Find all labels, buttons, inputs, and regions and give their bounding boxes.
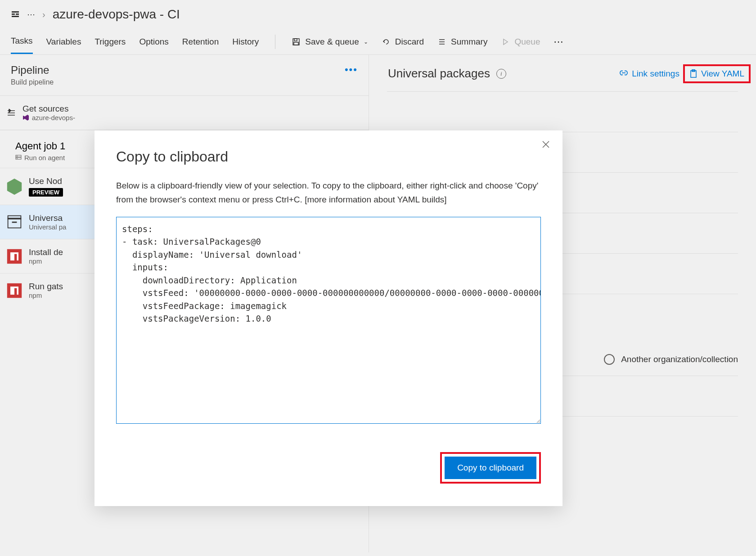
- repo-icon: [22, 114, 29, 121]
- svg-point-16: [17, 156, 18, 156]
- summary-label: Summary: [451, 37, 487, 47]
- view-yaml-label: View YAML: [701, 69, 744, 79]
- node-icon: [6, 179, 22, 195]
- pipeline-icon: [11, 10, 20, 19]
- svg-rect-3: [12, 16, 19, 17]
- tab-bar: Tasks Variables Triggers Options Retenti…: [0, 29, 756, 55]
- svg-rect-6: [294, 42, 298, 45]
- divider: [275, 35, 275, 49]
- npm-icon: [6, 248, 22, 265]
- svg-rect-15: [16, 157, 21, 159]
- preview-badge: PREVIEW: [29, 188, 63, 197]
- task-subtitle: npm: [29, 291, 63, 299]
- pipeline-title: Pipeline: [11, 64, 54, 76]
- play-icon: [501, 37, 510, 46]
- chevron-down-icon: ⌄: [364, 39, 368, 45]
- tab-options[interactable]: Options: [139, 30, 168, 54]
- task-title: Run gats: [29, 282, 63, 291]
- task-subtitle: Universal pa: [29, 223, 66, 231]
- pipeline-subtitle: Build pipeline: [11, 78, 54, 86]
- get-sources-title: Get sources: [22, 104, 75, 114]
- save-queue-label: Save & queue: [305, 37, 359, 47]
- radio-label: Another organization/collection: [621, 354, 738, 364]
- svg-marker-18: [7, 179, 22, 195]
- save-queue-button[interactable]: Save & queue ⌄: [292, 37, 368, 47]
- save-icon: [292, 37, 301, 46]
- more-button[interactable]: ⋯: [554, 36, 563, 48]
- breadcrumb-ellipsis[interactable]: ⋯: [27, 9, 35, 19]
- link-icon: [619, 69, 628, 78]
- close-button[interactable]: [542, 140, 550, 148]
- package-icon: [6, 214, 22, 230]
- pipeline-more-button[interactable]: •••: [345, 64, 358, 76]
- summary-button[interactable]: Summary: [437, 37, 487, 47]
- svg-rect-27: [14, 288, 17, 294]
- form-row: [387, 91, 738, 132]
- svg-marker-13: [9, 109, 11, 112]
- tab-triggers[interactable]: Triggers: [94, 30, 126, 54]
- info-icon[interactable]: i: [496, 69, 506, 79]
- svg-rect-1: [12, 13, 15, 15]
- copy-to-clipboard-dialog: Copy to clipboard Below is a clipboard-f…: [94, 130, 562, 506]
- view-yaml-button[interactable]: View YAML: [689, 69, 744, 79]
- dialog-title: Copy to clipboard: [116, 148, 541, 165]
- get-sources-item[interactable]: Get sources azure-devops-: [0, 96, 369, 130]
- svg-point-17: [17, 158, 18, 158]
- clipboard-icon: [689, 69, 698, 78]
- agent-subtitle: Run on agent: [24, 154, 65, 161]
- npm-icon: [6, 282, 22, 299]
- task-subtitle: npm: [29, 257, 63, 265]
- copy-to-clipboard-button[interactable]: Copy to clipboard: [445, 457, 536, 479]
- tab-history[interactable]: History: [232, 30, 259, 54]
- list-icon: [437, 37, 446, 46]
- svg-rect-24: [14, 254, 17, 260]
- breadcrumb-bar: ⋯ › azure-devops-pwa - CI: [0, 0, 756, 29]
- server-icon: [15, 155, 22, 161]
- discard-label: Discard: [395, 37, 424, 47]
- task-title: Install de: [29, 247, 63, 257]
- svg-rect-5: [294, 39, 297, 41]
- tab-retention[interactable]: Retention: [182, 30, 219, 54]
- task-detail-title: Universal packages: [388, 67, 490, 81]
- link-settings-button[interactable]: Link settings: [619, 69, 680, 79]
- undo-icon: [382, 37, 391, 46]
- task-title: Use Nod: [29, 176, 63, 186]
- sources-icon: [6, 109, 16, 117]
- discard-button[interactable]: Discard: [382, 37, 424, 47]
- tab-variables[interactable]: Variables: [46, 30, 81, 54]
- link-settings-label: Link settings: [632, 69, 680, 79]
- task-title: Universa: [29, 213, 66, 223]
- yaml-textarea[interactable]: [116, 217, 541, 424]
- radio-icon: [604, 354, 615, 365]
- svg-rect-0: [12, 11, 19, 13]
- svg-rect-14: [16, 155, 21, 157]
- dialog-description: Below is a clipboard-friendly view of yo…: [116, 179, 541, 207]
- svg-rect-19: [8, 218, 21, 228]
- svg-rect-2: [16, 13, 19, 15]
- page-title: azure-devops-pwa - CI: [53, 7, 180, 22]
- queue-label: Queue: [514, 37, 540, 47]
- chevron-right-icon: ›: [42, 9, 45, 20]
- repo-name: azure-devops-: [32, 114, 75, 121]
- tab-tasks[interactable]: Tasks: [11, 29, 33, 54]
- queue-button[interactable]: Queue: [501, 37, 540, 47]
